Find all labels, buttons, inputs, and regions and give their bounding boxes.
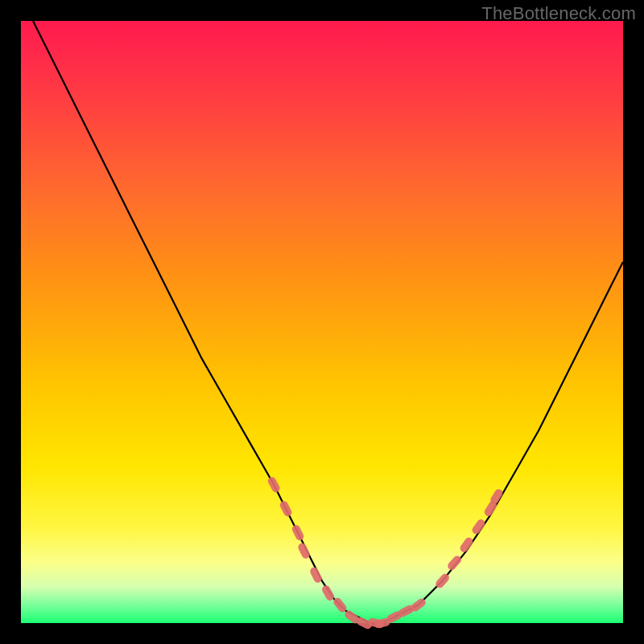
curve-marker: [266, 476, 281, 493]
curve-marker: [279, 500, 293, 518]
curve-marker: [297, 542, 312, 559]
bottleneck-curve: [33, 21, 623, 623]
chart-svg: [21, 21, 623, 623]
curve-marker: [446, 554, 463, 572]
curve-marker: [291, 524, 305, 542]
curve-markers: [266, 476, 504, 630]
curve-marker: [459, 536, 475, 554]
curve-marker: [471, 518, 487, 535]
curve-marker: [309, 566, 324, 584]
